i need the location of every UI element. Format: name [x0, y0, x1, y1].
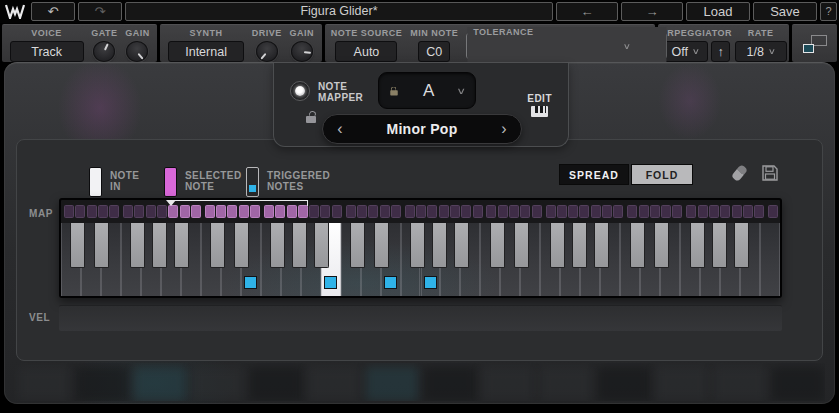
map-cell-mapped[interactable]: [227, 205, 237, 218]
white-key[interactable]: [760, 223, 780, 296]
map-cell[interactable]: [520, 205, 530, 218]
map-cell[interactable]: [368, 205, 378, 218]
map-cell-mapped[interactable]: [298, 205, 308, 218]
black-key[interactable]: [572, 223, 587, 268]
black-key[interactable]: [630, 223, 645, 268]
map-cell[interactable]: [627, 205, 637, 218]
map-cell[interactable]: [346, 205, 356, 218]
map-cell[interactable]: [672, 205, 682, 218]
black-key[interactable]: [654, 223, 669, 268]
black-key[interactable]: [70, 223, 85, 268]
map-cell[interactable]: [568, 205, 578, 218]
map-cell[interactable]: [357, 205, 367, 218]
black-key[interactable]: [94, 223, 109, 268]
black-key[interactable]: [712, 223, 727, 268]
fold-button[interactable]: FOLD: [631, 164, 693, 185]
black-key[interactable]: [410, 223, 425, 268]
black-key[interactable]: [594, 223, 609, 268]
map-cell[interactable]: [698, 205, 708, 218]
black-key[interactable]: [130, 223, 145, 268]
map-cell[interactable]: [509, 205, 519, 218]
map-cell[interactable]: [639, 205, 649, 218]
preset-prev-button[interactable]: ‹: [323, 115, 357, 143]
velocity-strip[interactable]: [59, 305, 782, 331]
map-cell[interactable]: [732, 205, 742, 218]
map-cell[interactable]: [109, 205, 119, 218]
map-cell[interactable]: [650, 205, 660, 218]
map-cell[interactable]: [498, 205, 508, 218]
black-key[interactable]: [550, 223, 565, 268]
synth-select[interactable]: Internal: [168, 41, 244, 62]
map-cell-mapped[interactable]: [287, 205, 297, 218]
black-key[interactable]: [292, 223, 307, 268]
synth-gain-knob[interactable]: [291, 41, 313, 62]
black-key[interactable]: [514, 223, 529, 268]
preset-next-button[interactable]: ›: [487, 115, 521, 143]
note-mapper-enable-led[interactable]: [290, 81, 310, 101]
eraser-icon[interactable]: [729, 164, 749, 184]
black-key[interactable]: [374, 223, 389, 268]
map-cell[interactable]: [405, 205, 415, 218]
help-button[interactable]: ?: [820, 2, 837, 21]
map-cell[interactable]: [579, 205, 589, 218]
map-cell[interactable]: [709, 205, 719, 218]
map-cell[interactable]: [75, 205, 85, 218]
spread-button[interactable]: SPREAD: [559, 164, 629, 185]
map-cell-mapped[interactable]: [168, 205, 178, 218]
drive-knob[interactable]: [256, 41, 278, 62]
black-key[interactable]: [270, 223, 285, 268]
save-map-icon[interactable]: [761, 164, 779, 182]
map-cell[interactable]: [87, 205, 97, 218]
next-preset-button[interactable]: →: [621, 2, 683, 21]
map-cell[interactable]: [439, 205, 449, 218]
map-cell[interactable]: [602, 205, 612, 218]
black-key[interactable]: [174, 223, 189, 268]
map-cell-mapped[interactable]: [264, 205, 274, 218]
map-cell[interactable]: [532, 205, 542, 218]
map-cell[interactable]: [754, 205, 764, 218]
map-cell[interactable]: [98, 205, 108, 218]
map-cell[interactable]: [123, 205, 133, 218]
black-key[interactable]: [234, 223, 249, 268]
map-cell[interactable]: [391, 205, 401, 218]
map-cell[interactable]: [768, 205, 778, 218]
map-cell-mapped[interactable]: [239, 205, 249, 218]
map-cell[interactable]: [591, 205, 601, 218]
black-key[interactable]: [734, 223, 749, 268]
undo-button[interactable]: ↶: [31, 2, 75, 21]
mapped-range-bracket[interactable]: [170, 200, 308, 206]
map-cell-mapped[interactable]: [205, 205, 215, 218]
map-cell-mapped[interactable]: [191, 205, 201, 218]
map-cell-mapped[interactable]: [180, 205, 190, 218]
load-button[interactable]: Load: [686, 2, 750, 21]
black-key[interactable]: [432, 223, 447, 268]
black-key[interactable]: [152, 223, 167, 268]
note-source-select[interactable]: Auto: [335, 41, 397, 62]
gate-knob[interactable]: [93, 41, 115, 62]
map-cell[interactable]: [686, 205, 696, 218]
resize-window-icon[interactable]: [803, 35, 827, 53]
map-cell[interactable]: [309, 205, 319, 218]
prev-preset-button[interactable]: ←: [556, 2, 618, 21]
min-note-field[interactable]: C0: [418, 41, 450, 62]
map-cell-mapped[interactable]: [250, 205, 260, 218]
map-cell[interactable]: [743, 205, 753, 218]
map-cell[interactable]: [146, 205, 156, 218]
map-cell-mapped[interactable]: [275, 205, 285, 218]
map-cell[interactable]: [380, 205, 390, 218]
save-button[interactable]: Save: [753, 2, 817, 21]
preset-title-field[interactable]: Figura Glider*: [125, 2, 553, 21]
map-cell[interactable]: [320, 205, 330, 218]
map-cell[interactable]: [134, 205, 144, 218]
map-cell[interactable]: [557, 205, 567, 218]
map-cell[interactable]: [332, 205, 342, 218]
redo-button[interactable]: ↷: [78, 2, 122, 21]
map-cell[interactable]: [486, 205, 496, 218]
voice-gain-knob[interactable]: [126, 41, 148, 62]
map-cell[interactable]: [450, 205, 460, 218]
map-cell[interactable]: [661, 205, 671, 218]
map-cell[interactable]: [461, 205, 471, 218]
map-cell-mapped[interactable]: [216, 205, 226, 218]
unlock-icon[interactable]: [306, 111, 316, 123]
map-cell[interactable]: [427, 205, 437, 218]
